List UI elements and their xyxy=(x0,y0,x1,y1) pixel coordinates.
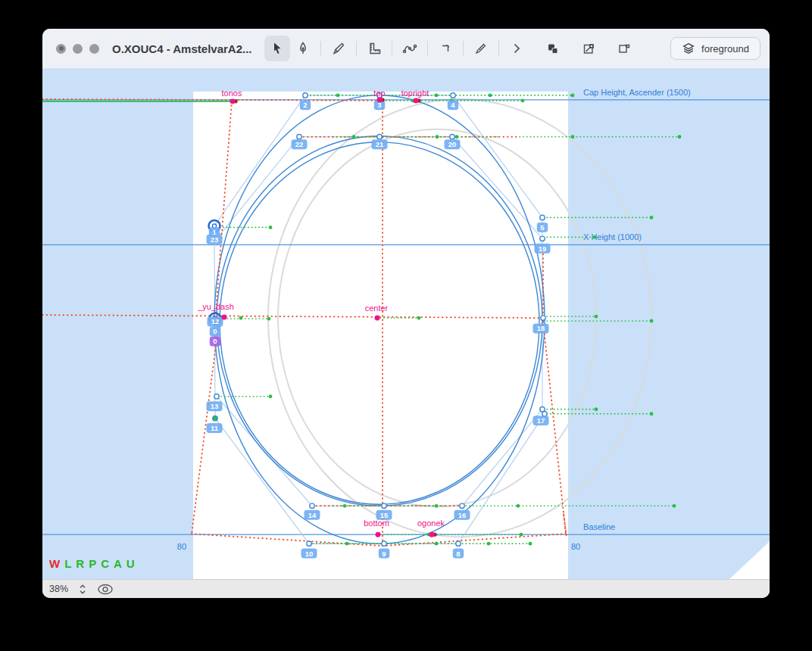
tool-select[interactable] xyxy=(264,36,290,61)
tool-reconnect-curve[interactable] xyxy=(397,36,423,61)
anchor-ogonek[interactable] xyxy=(429,532,435,537)
measurement-dot xyxy=(267,317,271,321)
point-badge-label: 21 xyxy=(376,140,384,148)
measurement-dot xyxy=(436,135,439,139)
control-point[interactable] xyxy=(303,93,308,98)
anchor-_yu_dash[interactable] xyxy=(222,315,227,320)
measurement-dot xyxy=(435,94,439,98)
toolbar-divider xyxy=(356,41,357,56)
titlebar: O.XOUC4 - AmstelvarA2... xyxy=(42,29,770,69)
window-title: O.XOUC4 - AmstelvarA2... xyxy=(112,42,252,55)
control-point[interactable] xyxy=(460,503,464,508)
minimize-button[interactable] xyxy=(73,44,83,54)
control-point[interactable] xyxy=(540,236,545,241)
anchor-bottom[interactable] xyxy=(376,532,381,537)
point-badge-label: 2 xyxy=(303,101,307,109)
point-badge-label: 10 xyxy=(305,550,314,558)
control-point[interactable] xyxy=(377,135,382,139)
measurement-dot xyxy=(269,394,273,398)
control-point-green[interactable] xyxy=(213,416,217,420)
tool-knife[interactable] xyxy=(326,36,351,61)
measurement-dot xyxy=(455,135,459,139)
point-badge-label: 17 xyxy=(537,416,545,425)
control-point[interactable] xyxy=(456,541,461,546)
measurement-dot xyxy=(239,316,243,320)
control-point[interactable] xyxy=(382,541,386,546)
tool-pen[interactable] xyxy=(290,36,316,61)
zoom-stepper[interactable] xyxy=(77,584,88,595)
measurement-dot xyxy=(489,94,492,98)
guideline-label: Cap Height, Ascender (1500) xyxy=(583,88,691,97)
cursor-icon xyxy=(270,41,285,56)
glyph-canvas[interactable]: Cap Height, Ascender (1500)X Height (100… xyxy=(42,69,770,579)
point-badge-label: 0 xyxy=(213,327,217,335)
control-point[interactable] xyxy=(297,135,301,139)
control-point[interactable] xyxy=(451,93,455,98)
point-badge-label: 5 xyxy=(540,223,544,232)
control-point[interactable] xyxy=(382,503,386,508)
measurement-dot xyxy=(336,94,340,98)
anchor-label-topright: topright xyxy=(401,89,429,98)
measurement-dot xyxy=(435,542,439,546)
chevron-right-icon xyxy=(509,41,524,56)
app-window: O.XOUC4 - AmstelvarA2... xyxy=(42,29,770,598)
control-point[interactable] xyxy=(540,215,545,220)
overlap-squares-icon xyxy=(545,41,561,56)
glyph-preview-letters: WLRPCAU xyxy=(49,557,139,570)
tool-more[interactable] xyxy=(504,36,529,61)
control-point[interactable] xyxy=(541,316,545,320)
tool-hatch-eraser[interactable] xyxy=(468,36,494,61)
measurement-dot xyxy=(435,504,439,508)
point-badge-label: 20 xyxy=(448,140,457,148)
view-combine-shapes[interactable] xyxy=(611,36,637,61)
guideline-label: X Height (1000) xyxy=(583,232,642,241)
measurement-dot xyxy=(650,319,654,323)
toolbar xyxy=(264,36,637,61)
point-badge-label: 16 xyxy=(458,511,467,519)
guideline-label: Baseline xyxy=(583,522,615,531)
preview-eye-icon[interactable] xyxy=(97,584,114,595)
anchor-label-_yu_dash: _yu_dash xyxy=(197,302,234,311)
toolbar-divider xyxy=(463,41,464,56)
bezier-curve-icon xyxy=(401,41,418,56)
control-point[interactable] xyxy=(450,135,454,139)
anchor-topright[interactable] xyxy=(414,98,419,103)
anchor-center[interactable] xyxy=(375,316,380,321)
point-badge-label: 11 xyxy=(211,424,218,432)
anchor-top[interactable] xyxy=(377,97,383,102)
measurement-dot xyxy=(345,542,349,546)
control-point[interactable] xyxy=(542,411,547,416)
measurement-dot xyxy=(650,216,654,220)
control-point[interactable] xyxy=(307,541,311,546)
knife-icon xyxy=(331,41,346,56)
side-bearing-value: 80 xyxy=(177,542,186,551)
transform-square-icon xyxy=(581,41,596,56)
corner-icon xyxy=(438,41,453,56)
control-point[interactable] xyxy=(310,503,314,508)
zoom-level: 38% xyxy=(49,584,68,594)
view-transform-preview[interactable] xyxy=(576,36,601,61)
measurement-dot xyxy=(417,316,421,320)
tool-measure[interactable] xyxy=(361,36,387,61)
measurement-dot xyxy=(571,94,575,98)
point-badge-label: 15 xyxy=(380,511,389,519)
layer-selector-button[interactable]: foreground xyxy=(670,37,760,60)
control-point[interactable] xyxy=(214,394,219,399)
point-badge-label: 18 xyxy=(537,324,545,332)
point-badge-label: 12 xyxy=(211,318,220,326)
point-badge-label: 13 xyxy=(211,402,219,410)
pen-icon xyxy=(295,41,311,56)
ruler-icon xyxy=(367,41,382,56)
anchor-tonos[interactable] xyxy=(230,98,236,104)
close-button[interactable] xyxy=(56,44,66,54)
anchor-label-tonos: tonos xyxy=(222,89,242,98)
side-bearing-value: 80 xyxy=(571,542,580,551)
view-overlap-squares[interactable] xyxy=(540,36,566,61)
tool-corner[interactable] xyxy=(433,36,458,61)
zoom-button[interactable] xyxy=(89,44,99,54)
point-badge-label: 9 xyxy=(382,550,386,558)
point-badge-label: 14 xyxy=(308,511,317,519)
hatch-pencil-icon xyxy=(473,41,489,56)
toolbar-divider xyxy=(427,41,428,56)
layers-icon xyxy=(682,42,695,55)
